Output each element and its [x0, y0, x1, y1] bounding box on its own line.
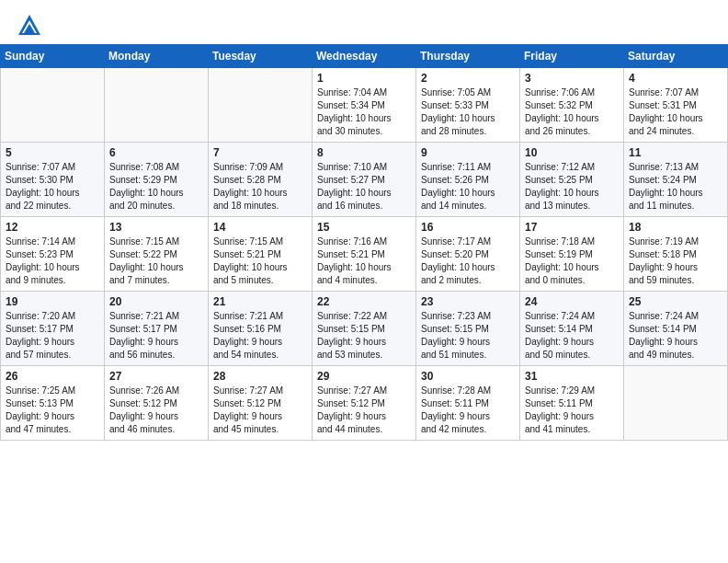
day-number: 21 [213, 295, 307, 308]
day-number: 14 [213, 221, 307, 234]
day-number: 12 [6, 221, 99, 234]
day-info: Sunrise: 7:22 AM Sunset: 5:15 PM Dayligh… [317, 310, 411, 362]
day-info: Sunrise: 7:10 AM Sunset: 5:27 PM Dayligh… [317, 161, 411, 213]
calendar-cell: 15Sunrise: 7:16 AM Sunset: 5:21 PM Dayli… [313, 217, 416, 292]
calendar-cell: 4Sunrise: 7:07 AM Sunset: 5:31 PM Daylig… [624, 68, 728, 143]
day-number: 16 [421, 221, 515, 234]
day-info: Sunrise: 7:27 AM Sunset: 5:12 PM Dayligh… [213, 385, 307, 436]
calendar-cell: 11Sunrise: 7:13 AM Sunset: 5:24 PM Dayli… [624, 143, 728, 217]
calendar-cell: 18Sunrise: 7:19 AM Sunset: 5:18 PM Dayli… [624, 217, 728, 292]
calendar-cell: 2Sunrise: 7:05 AM Sunset: 5:33 PM Daylig… [416, 68, 520, 143]
day-number: 26 [6, 370, 99, 383]
calendar-table: SundayMondayTuesdayWednesdayThursdayFrid… [0, 44, 728, 441]
calendar-cell: 28Sunrise: 7:27 AM Sunset: 5:12 PM Dayli… [209, 366, 313, 441]
calendar-cell: 27Sunrise: 7:26 AM Sunset: 5:12 PM Dayli… [105, 366, 209, 441]
day-number: 19 [6, 295, 99, 308]
calendar-cell: 3Sunrise: 7:06 AM Sunset: 5:32 PM Daylig… [520, 68, 624, 143]
day-info: Sunrise: 7:18 AM Sunset: 5:19 PM Dayligh… [525, 236, 619, 287]
calendar-cell [209, 68, 313, 143]
calendar-cell: 6Sunrise: 7:08 AM Sunset: 5:29 PM Daylig… [105, 143, 209, 217]
week-row-3: 12Sunrise: 7:14 AM Sunset: 5:23 PM Dayli… [1, 217, 728, 292]
day-info: Sunrise: 7:21 AM Sunset: 5:17 PM Dayligh… [109, 310, 203, 362]
week-row-2: 5Sunrise: 7:07 AM Sunset: 5:30 PM Daylig… [1, 143, 728, 217]
day-info: Sunrise: 7:24 AM Sunset: 5:14 PM Dayligh… [525, 310, 619, 362]
day-number: 31 [525, 370, 619, 383]
calendar-cell [105, 68, 209, 143]
day-info: Sunrise: 7:25 AM Sunset: 5:13 PM Dayligh… [6, 385, 99, 436]
day-number: 5 [6, 146, 99, 159]
week-row-4: 19Sunrise: 7:20 AM Sunset: 5:17 PM Dayli… [1, 292, 728, 366]
day-number: 27 [109, 370, 203, 383]
calendar-cell: 5Sunrise: 7:07 AM Sunset: 5:30 PM Daylig… [1, 143, 105, 217]
page: SundayMondayTuesdayWednesdayThursdayFrid… [0, 0, 728, 563]
week-row-1: 1Sunrise: 7:04 AM Sunset: 5:34 PM Daylig… [1, 68, 728, 143]
day-info: Sunrise: 7:17 AM Sunset: 5:20 PM Dayligh… [421, 236, 515, 287]
day-info: Sunrise: 7:26 AM Sunset: 5:12 PM Dayligh… [109, 385, 203, 436]
day-info: Sunrise: 7:24 AM Sunset: 5:14 PM Dayligh… [629, 310, 722, 362]
calendar-cell [1, 68, 105, 143]
logo [17, 13, 46, 39]
day-info: Sunrise: 7:06 AM Sunset: 5:32 PM Dayligh… [525, 86, 619, 138]
day-info: Sunrise: 7:15 AM Sunset: 5:22 PM Dayligh… [109, 236, 203, 287]
calendar-cell: 16Sunrise: 7:17 AM Sunset: 5:20 PM Dayli… [416, 217, 520, 292]
day-info: Sunrise: 7:04 AM Sunset: 5:34 PM Dayligh… [317, 86, 411, 138]
day-info: Sunrise: 7:08 AM Sunset: 5:29 PM Dayligh… [109, 161, 203, 213]
day-info: Sunrise: 7:12 AM Sunset: 5:25 PM Dayligh… [525, 161, 619, 213]
calendar-cell: 26Sunrise: 7:25 AM Sunset: 5:13 PM Dayli… [1, 366, 105, 441]
calendar-cell: 30Sunrise: 7:28 AM Sunset: 5:11 PM Dayli… [416, 366, 520, 441]
day-number: 24 [525, 295, 619, 308]
logo-icon [17, 13, 42, 39]
calendar-cell: 23Sunrise: 7:23 AM Sunset: 5:15 PM Dayli… [416, 292, 520, 366]
weekday-header-monday: Monday [105, 45, 209, 68]
calendar-cell: 17Sunrise: 7:18 AM Sunset: 5:19 PM Dayli… [520, 217, 624, 292]
day-number: 3 [525, 72, 619, 85]
day-info: Sunrise: 7:20 AM Sunset: 5:17 PM Dayligh… [6, 310, 99, 362]
day-info: Sunrise: 7:27 AM Sunset: 5:12 PM Dayligh… [317, 385, 411, 436]
calendar-cell: 1Sunrise: 7:04 AM Sunset: 5:34 PM Daylig… [313, 68, 416, 143]
day-number: 17 [525, 221, 619, 234]
day-number: 8 [317, 146, 411, 159]
calendar-cell [624, 366, 728, 441]
day-number: 20 [109, 295, 203, 308]
day-number: 7 [213, 146, 307, 159]
weekday-header-row: SundayMondayTuesdayWednesdayThursdayFrid… [1, 45, 728, 68]
day-number: 18 [629, 221, 722, 234]
day-info: Sunrise: 7:09 AM Sunset: 5:28 PM Dayligh… [213, 161, 307, 213]
calendar-cell: 12Sunrise: 7:14 AM Sunset: 5:23 PM Dayli… [1, 217, 105, 292]
calendar-cell: 29Sunrise: 7:27 AM Sunset: 5:12 PM Dayli… [313, 366, 416, 441]
day-number: 13 [109, 221, 203, 234]
calendar-cell: 10Sunrise: 7:12 AM Sunset: 5:25 PM Dayli… [520, 143, 624, 217]
day-number: 9 [421, 146, 515, 159]
day-info: Sunrise: 7:07 AM Sunset: 5:31 PM Dayligh… [629, 86, 722, 138]
day-number: 29 [317, 370, 411, 383]
day-info: Sunrise: 7:19 AM Sunset: 5:18 PM Dayligh… [629, 236, 722, 287]
day-number: 28 [213, 370, 307, 383]
weekday-header-tuesday: Tuesday [209, 45, 313, 68]
day-number: 2 [421, 72, 515, 85]
day-info: Sunrise: 7:05 AM Sunset: 5:33 PM Dayligh… [421, 86, 515, 138]
day-info: Sunrise: 7:11 AM Sunset: 5:26 PM Dayligh… [421, 161, 515, 213]
calendar-cell: 13Sunrise: 7:15 AM Sunset: 5:22 PM Dayli… [105, 217, 209, 292]
day-info: Sunrise: 7:23 AM Sunset: 5:15 PM Dayligh… [421, 310, 515, 362]
calendar-cell: 24Sunrise: 7:24 AM Sunset: 5:14 PM Dayli… [520, 292, 624, 366]
day-number: 25 [629, 295, 722, 308]
calendar-cell: 14Sunrise: 7:15 AM Sunset: 5:21 PM Dayli… [209, 217, 313, 292]
day-info: Sunrise: 7:29 AM Sunset: 5:11 PM Dayligh… [525, 385, 619, 436]
weekday-header-wednesday: Wednesday [313, 45, 416, 68]
day-info: Sunrise: 7:21 AM Sunset: 5:16 PM Dayligh… [213, 310, 307, 362]
calendar-cell: 8Sunrise: 7:10 AM Sunset: 5:27 PM Daylig… [313, 143, 416, 217]
day-info: Sunrise: 7:16 AM Sunset: 5:21 PM Dayligh… [317, 236, 411, 287]
calendar-cell: 22Sunrise: 7:22 AM Sunset: 5:15 PM Dayli… [313, 292, 416, 366]
day-number: 4 [629, 72, 722, 85]
weekday-header-saturday: Saturday [624, 45, 728, 68]
weekday-header-friday: Friday [520, 45, 624, 68]
calendar-cell: 7Sunrise: 7:09 AM Sunset: 5:28 PM Daylig… [209, 143, 313, 217]
day-info: Sunrise: 7:28 AM Sunset: 5:11 PM Dayligh… [421, 385, 515, 436]
header [0, 0, 728, 44]
day-number: 23 [421, 295, 515, 308]
day-number: 6 [109, 146, 203, 159]
day-number: 1 [317, 72, 411, 85]
weekday-header-sunday: Sunday [1, 45, 105, 68]
day-info: Sunrise: 7:15 AM Sunset: 5:21 PM Dayligh… [213, 236, 307, 287]
day-number: 30 [421, 370, 515, 383]
